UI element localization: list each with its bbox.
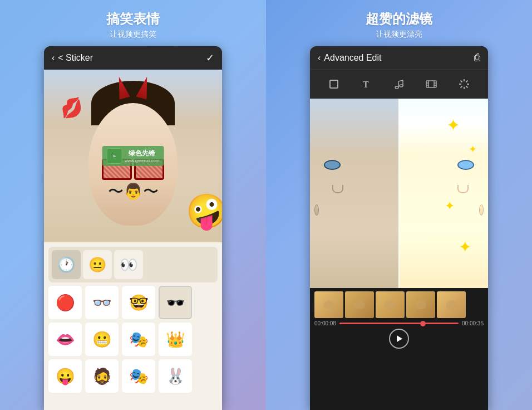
thumb-1[interactable] bbox=[314, 291, 343, 318]
face-right-bg bbox=[399, 99, 488, 288]
sticker-row-2: 👄 😬 🎭 👑 bbox=[48, 323, 218, 356]
text-icon[interactable]: T bbox=[357, 74, 377, 94]
advanced-edit-title: Advanced Edit bbox=[324, 53, 381, 63]
svg-text:T: T bbox=[363, 80, 369, 89]
sticker-red-glasses[interactable]: 🕶️ bbox=[159, 286, 192, 319]
cartoon-sticker: 🤪 bbox=[186, 192, 222, 231]
left-title: 搞笑表情 bbox=[106, 10, 160, 27]
sticker-back-button[interactable]: ‹ < Sticker bbox=[52, 53, 93, 63]
advanced-back-button[interactable]: ‹ Advanced Edit bbox=[318, 53, 382, 63]
sparkle-1: ✦ bbox=[446, 115, 460, 135]
back-chevron-icon-right: ‹ bbox=[318, 53, 321, 63]
right-subtitle: 让视频更漂亮 bbox=[376, 30, 422, 40]
right-title: 超赞的滤镜 bbox=[366, 10, 432, 27]
film-icon[interactable] bbox=[421, 74, 441, 94]
sticker-header: ‹ < Sticker ✓ bbox=[44, 46, 222, 70]
sticker-row-3: 😛 🧔 🎭 🐰 bbox=[48, 359, 218, 393]
sparkle-2: ✦ bbox=[469, 143, 477, 155]
export-button[interactable]: ⎙ bbox=[474, 52, 480, 64]
sticker-nose[interactable]: 🔴 bbox=[48, 286, 82, 319]
sparkle-3: ✦ bbox=[445, 199, 455, 213]
sticker-beard[interactable]: 🧔 bbox=[85, 359, 119, 393]
watermark-logo-text: G bbox=[113, 154, 116, 158]
advanced-header: ‹ Advanced Edit ⎙ bbox=[310, 46, 488, 69]
toolbar: T bbox=[310, 69, 488, 99]
lips-sticker[interactable]: 💋 bbox=[59, 96, 85, 120]
sticker-panel: 🕐 😐 👀 🔴 👓 🤓 🕶️ 👄 😬 🎭 👑 😛 🧔 🎭 bbox=[44, 242, 222, 410]
thumbnails-row bbox=[314, 291, 484, 318]
svg-marker-19 bbox=[397, 335, 402, 342]
left-panel: 搞笑表情 让视频更搞笑 ‹ < Sticker ✓ 💋 bbox=[0, 0, 266, 410]
sticker-row-1: 🔴 👓 🤓 🕶️ bbox=[48, 286, 218, 319]
scrubber-handle[interactable] bbox=[420, 321, 426, 326]
watermark-inner: G 绿色先锋 www.greenxi.com bbox=[107, 148, 160, 164]
face-left-bg bbox=[310, 99, 399, 288]
sticker-mouth[interactable]: 😬 bbox=[85, 323, 119, 356]
face-after bbox=[399, 99, 488, 288]
left-subtitle: 让视频更搞笑 bbox=[110, 30, 156, 40]
face-divider bbox=[398, 99, 400, 288]
svg-point-3 bbox=[400, 85, 403, 87]
right-phone: ‹ Advanced Edit ⎙ T bbox=[310, 46, 488, 410]
thumb-3[interactable] bbox=[376, 291, 405, 318]
timeline: 00:00:08 00:00:35 bbox=[310, 288, 488, 353]
left-phone: ‹ < Sticker ✓ 💋 〜 bbox=[44, 46, 222, 410]
emoji-row: 🕐 😐 👀 bbox=[48, 247, 218, 282]
svg-line-17 bbox=[466, 81, 467, 82]
time-end: 00:00:35 bbox=[462, 320, 484, 326]
sticker-photo: 💋 〜👨〜 🤪 G 绿色先锋 www.greenxi.com bbox=[44, 70, 222, 242]
check-button[interactable]: ✓ bbox=[206, 52, 214, 64]
svg-line-15 bbox=[460, 81, 462, 82]
face-before bbox=[310, 99, 399, 288]
watermark-logo: G bbox=[107, 148, 122, 164]
svg-line-16 bbox=[466, 86, 467, 88]
play-button[interactable] bbox=[389, 329, 409, 349]
thumb-2[interactable] bbox=[345, 291, 374, 318]
emoji-clock[interactable]: 🕐 bbox=[52, 250, 81, 279]
sticker-crown[interactable]: 👑 bbox=[159, 323, 192, 356]
right-panel: 超赞的滤镜 让视频更漂亮 ‹ Advanced Edit ⎙ T bbox=[266, 0, 532, 410]
svg-rect-0 bbox=[330, 80, 338, 88]
emoji-eyes[interactable]: 👀 bbox=[114, 250, 143, 279]
timeline-bar: 00:00:08 00:00:35 bbox=[314, 320, 484, 326]
music-icon[interactable] bbox=[389, 74, 409, 94]
magic-icon[interactable] bbox=[454, 74, 474, 94]
watermark-url: www.greenxi.com bbox=[125, 158, 160, 163]
svg-point-2 bbox=[395, 86, 398, 89]
watermark-text: 绿色先锋 www.greenxi.com bbox=[125, 149, 160, 163]
emoji-face[interactable]: 😐 bbox=[83, 250, 112, 279]
horns-sticker bbox=[116, 76, 150, 99]
sticker-bunny[interactable]: 🐰 bbox=[159, 359, 192, 393]
face-comparison-photo: ✦ ✦ ✦ ✦ bbox=[310, 99, 488, 288]
sticker-goggle[interactable]: 👓 bbox=[85, 286, 119, 319]
back-chevron-icon: ‹ bbox=[52, 53, 55, 63]
sparkle-4: ✦ bbox=[459, 238, 471, 256]
mustache-sticker[interactable]: 〜👨〜 bbox=[108, 181, 159, 202]
crop-icon[interactable] bbox=[324, 74, 344, 94]
sticker-mask[interactable]: 🎭 bbox=[122, 323, 155, 356]
sticker-title: < Sticker bbox=[58, 53, 93, 63]
scrubber[interactable] bbox=[339, 323, 459, 324]
sticker-face2[interactable]: 😛 bbox=[48, 359, 82, 393]
watermark: G 绿色先锋 www.greenxi.com bbox=[102, 146, 164, 166]
watermark-brand: 绿色先锋 bbox=[125, 149, 160, 158]
sticker-lips[interactable]: 👄 bbox=[48, 323, 82, 356]
svg-line-18 bbox=[460, 86, 462, 88]
svg-rect-4 bbox=[426, 81, 436, 87]
thumb-5[interactable] bbox=[437, 291, 466, 318]
left-horn bbox=[114, 75, 130, 100]
time-start: 00:00:08 bbox=[314, 320, 336, 326]
sticker-round-glasses[interactable]: 🤓 bbox=[122, 286, 155, 319]
thumb-4[interactable] bbox=[406, 291, 435, 318]
sticker-mask2[interactable]: 🎭 bbox=[122, 359, 155, 393]
